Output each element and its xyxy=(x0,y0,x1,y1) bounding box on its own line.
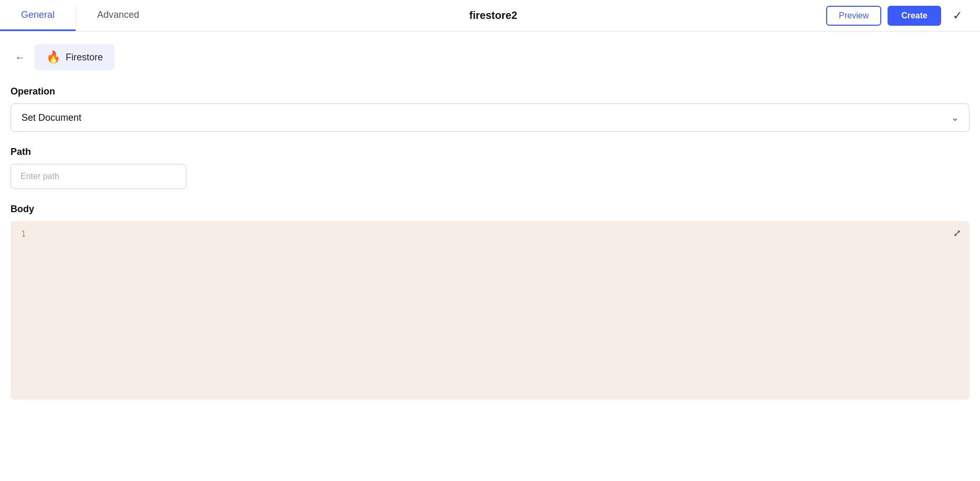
path-section: Path xyxy=(11,147,969,189)
body-section: Body 1 ⤢ xyxy=(11,204,969,400)
back-arrow-icon[interactable]: ← xyxy=(11,49,29,66)
firestore-icon: 🔥 xyxy=(46,50,60,64)
service-pill-row: ← 🔥 Firestore xyxy=(11,44,969,70)
operation-select[interactable]: Set Document Get Document Update Documen… xyxy=(11,103,969,132)
chevron-down-icon[interactable]: ✓ xyxy=(947,7,967,25)
body-label: Body xyxy=(11,204,969,215)
operation-select-wrapper: Set Document Get Document Update Documen… xyxy=(11,103,969,132)
expand-icon[interactable]: ⤢ xyxy=(953,227,961,238)
header-actions: Preview Create ✓ xyxy=(826,6,980,26)
path-label: Path xyxy=(11,147,969,158)
operation-label: Operation xyxy=(11,86,969,97)
tab-general[interactable]: General xyxy=(0,0,76,31)
service-pill[interactable]: 🔥 Firestore xyxy=(35,44,114,70)
main-content: ← 🔥 Firestore Operation Set Document Get… xyxy=(0,32,980,425)
service-name: Firestore xyxy=(66,52,103,63)
body-editor[interactable]: 1 ⤢ xyxy=(11,221,969,400)
operation-section: Operation Set Document Get Document Upda… xyxy=(11,86,969,132)
line-number: 1 xyxy=(21,229,26,239)
path-input[interactable] xyxy=(11,164,186,189)
create-button[interactable]: Create xyxy=(888,6,941,26)
preview-button[interactable]: Preview xyxy=(826,6,881,26)
tab-advanced[interactable]: Advanced xyxy=(76,0,160,31)
node-title: firestore2 xyxy=(160,9,826,22)
tab-bar: General Advanced firestore2 Preview Crea… xyxy=(0,0,980,32)
